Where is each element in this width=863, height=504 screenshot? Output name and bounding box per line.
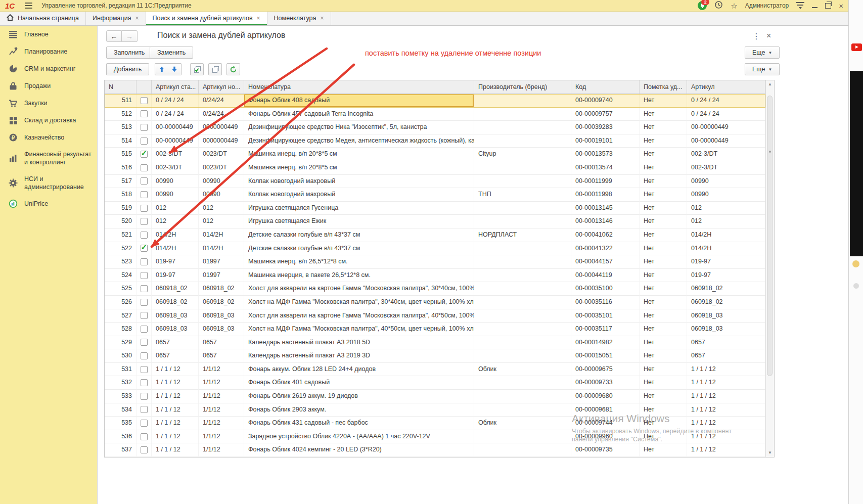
table-row[interactable]: 515✓002-3/DT0023/DTМашинка инерц. в/п 20… bbox=[105, 148, 765, 161]
row-checkbox[interactable] bbox=[141, 258, 148, 265]
restore-icon[interactable] bbox=[825, 3, 831, 9]
row-checkbox[interactable] bbox=[141, 218, 148, 225]
tab-document-3[interactable]: Номенклатура× bbox=[267, 11, 331, 25]
table-row[interactable]: 5331 / 1 / 121/1/12Фонарь Облик 2619 акк… bbox=[105, 390, 765, 403]
table-row[interactable]: 516002-3/DT0023/DTМашинка инерц. в/п 20*… bbox=[105, 161, 765, 175]
table-row[interactable]: 5120 / 24 / 240/24/24Фонарь Облик 457 са… bbox=[105, 108, 765, 121]
row-checkbox[interactable] bbox=[141, 138, 148, 145]
sidebar-item-menu-lines[interactable]: Главное bbox=[0, 26, 97, 43]
tab-close-icon[interactable]: × bbox=[135, 15, 139, 22]
sidebar-item-gear[interactable]: НСИ и администрирование bbox=[0, 171, 97, 196]
column-header-4[interactable]: Номенклатура bbox=[244, 80, 474, 94]
row-checkbox[interactable] bbox=[141, 312, 148, 319]
forward-arrow-icon[interactable]: → bbox=[122, 30, 138, 42]
close-window-icon[interactable]: × bbox=[839, 2, 843, 10]
row-checkbox[interactable] bbox=[141, 299, 148, 306]
table-row[interactable]: 524019-9701997Машинка инерция, в пакете … bbox=[105, 269, 765, 283]
replace-button[interactable]: Заменить bbox=[150, 47, 193, 59]
row-checkbox[interactable] bbox=[141, 420, 148, 427]
sidebar-item-ruble-coin[interactable]: ₽Казначейство bbox=[0, 129, 97, 146]
round-app-icon-2[interactable] bbox=[853, 283, 859, 289]
table-row[interactable]: 52906570657Календарь настенный плакат А3… bbox=[105, 336, 765, 350]
table-row[interactable]: 5321 / 1 / 121/1/12Фонарь Облик 401 садо… bbox=[105, 376, 765, 390]
main-menu-icon[interactable] bbox=[25, 3, 32, 9]
tab-close-icon[interactable]: × bbox=[320, 15, 324, 22]
tab-close-icon[interactable]: × bbox=[257, 15, 260, 22]
row-checkbox[interactable] bbox=[141, 339, 148, 346]
sidebar-item-briefcase[interactable]: Продажи bbox=[0, 77, 97, 95]
refresh-icon[interactable] bbox=[226, 63, 240, 75]
row-checkbox[interactable] bbox=[141, 379, 148, 386]
table-row[interactable]: 525060918_02060918_02Холст для акварели … bbox=[105, 282, 765, 296]
tab-document-2[interactable]: Поиск и замена дублей артикулов× bbox=[146, 11, 267, 25]
table-row[interactable]: 53006570657Календарь настенный плакат А3… bbox=[105, 349, 765, 363]
row-checkbox[interactable] bbox=[141, 446, 148, 453]
row-checkbox[interactable] bbox=[141, 97, 148, 104]
table-row[interactable]: 519012012Игрушка светящаяся Гусеница00-0… bbox=[105, 202, 765, 215]
history-icon[interactable] bbox=[714, 1, 723, 11]
more-button-list[interactable]: Еще▼ bbox=[745, 63, 780, 75]
round-app-icon[interactable] bbox=[852, 260, 859, 267]
sidebar-item-cart[interactable]: Закупки bbox=[0, 95, 97, 112]
table-row[interactable]: 5361 / 1 / 121/1/12Зарядное устройство О… bbox=[105, 430, 765, 444]
row-checkbox[interactable] bbox=[141, 366, 148, 373]
sidebar-item-pie-chart[interactable]: CRM и маркетинг bbox=[0, 60, 97, 77]
row-checkbox[interactable] bbox=[141, 177, 148, 185]
tab-document-1[interactable]: Информация× bbox=[86, 11, 146, 25]
row-checkbox[interactable] bbox=[141, 232, 148, 239]
favorites-star-icon[interactable]: ☆ bbox=[731, 2, 737, 10]
current-user[interactable]: Администратор bbox=[745, 2, 789, 9]
row-checkbox[interactable] bbox=[141, 164, 148, 171]
move-up-icon[interactable] bbox=[155, 63, 168, 75]
scroll-down-icon[interactable]: ▼ bbox=[766, 449, 774, 457]
column-header-6[interactable]: Код bbox=[571, 80, 640, 94]
table-row[interactable]: 527060918_03060918_03Холст для акварели … bbox=[105, 309, 765, 323]
row-checkbox[interactable] bbox=[141, 326, 148, 333]
back-arrow-icon[interactable]: ← bbox=[106, 30, 122, 42]
sidebar-item-uniprice[interactable]: UniPrice bbox=[0, 195, 97, 212]
column-header-8[interactable]: Артикул bbox=[687, 80, 765, 94]
close-form-icon[interactable]: × bbox=[766, 31, 771, 40]
row-checkbox[interactable] bbox=[141, 285, 148, 292]
scrollbar-thumb[interactable] bbox=[767, 96, 773, 376]
column-header-0[interactable]: N bbox=[105, 80, 137, 94]
youtube-icon[interactable] bbox=[851, 43, 862, 51]
row-checkbox[interactable] bbox=[141, 124, 148, 131]
row-checkbox[interactable] bbox=[141, 393, 148, 400]
column-header-7[interactable]: Пометка уд... bbox=[640, 80, 687, 94]
add-button[interactable]: Добавить bbox=[106, 63, 149, 75]
table-row[interactable]: 5180099000990Колпак новогодний махровыйТ… bbox=[105, 188, 765, 202]
row-checkbox[interactable] bbox=[141, 191, 148, 198]
row-checkbox[interactable] bbox=[141, 205, 148, 212]
set-deletion-marks-icon[interactable] bbox=[190, 63, 204, 75]
row-checkbox[interactable] bbox=[141, 272, 148, 279]
table-row[interactable]: 520012012Игрушка светящаяся Ежик00-00013… bbox=[105, 215, 765, 228]
sidebar-item-grid[interactable]: Склад и доставка bbox=[0, 112, 97, 129]
table-row[interactable]: 5371 / 1 / 121/1/12Фонарь Облик 4024 кем… bbox=[105, 443, 765, 457]
table-row[interactable]: 5311 / 1 / 121/1/12Фонарь аккум. Облик 1… bbox=[105, 363, 765, 377]
fill-button[interactable]: Заполнить bbox=[106, 47, 152, 59]
sidebar-item-bar-chart[interactable]: Финансовый результат и контроллинг bbox=[0, 146, 97, 171]
table-row[interactable]: 528060918_03060918_03Холст на МДФ Гамма … bbox=[105, 323, 765, 336]
row-checkbox[interactable] bbox=[141, 433, 148, 440]
more-button-top[interactable]: Еще▼ bbox=[745, 47, 780, 59]
table-row[interactable]: 51300-000004490000000449Дезинфицирующее … bbox=[105, 121, 765, 134]
row-checkbox[interactable] bbox=[141, 406, 148, 413]
notifications-bell-icon[interactable]: 2 bbox=[698, 1, 707, 10]
row-checkbox[interactable] bbox=[141, 352, 148, 359]
table-row[interactable]: 5170099000990Колпак новогодний махровый0… bbox=[105, 175, 765, 189]
service-menu-icon[interactable] bbox=[796, 2, 804, 9]
table-row[interactable]: 51400-000004490000000449Дезинфицирующее … bbox=[105, 134, 765, 148]
column-header-3[interactable]: Артикул но... bbox=[199, 80, 244, 94]
scroll-up-icon[interactable]: ▲ bbox=[766, 80, 774, 88]
table-row[interactable]: 526060918_02060918_02Холст на МДФ Гамма … bbox=[105, 296, 765, 309]
kebab-menu-icon[interactable]: ⋮ bbox=[752, 31, 760, 41]
move-down-icon[interactable] bbox=[168, 63, 181, 75]
row-checkbox[interactable]: ✓ bbox=[141, 151, 148, 158]
copy-icon[interactable] bbox=[208, 63, 222, 75]
table-row[interactable]: 5341 / 1 / 121/1/12Фонарь Облик 2903 акк… bbox=[105, 403, 765, 417]
table-row[interactable]: 5351 / 1 / 121/1/12Фонарь Облик 431 садо… bbox=[105, 417, 765, 430]
sidebar-item-planning-chart[interactable]: Планирование bbox=[0, 43, 97, 60]
column-header-2[interactable]: Артикул ста... bbox=[152, 80, 199, 94]
minimize-icon[interactable] bbox=[812, 7, 817, 8]
